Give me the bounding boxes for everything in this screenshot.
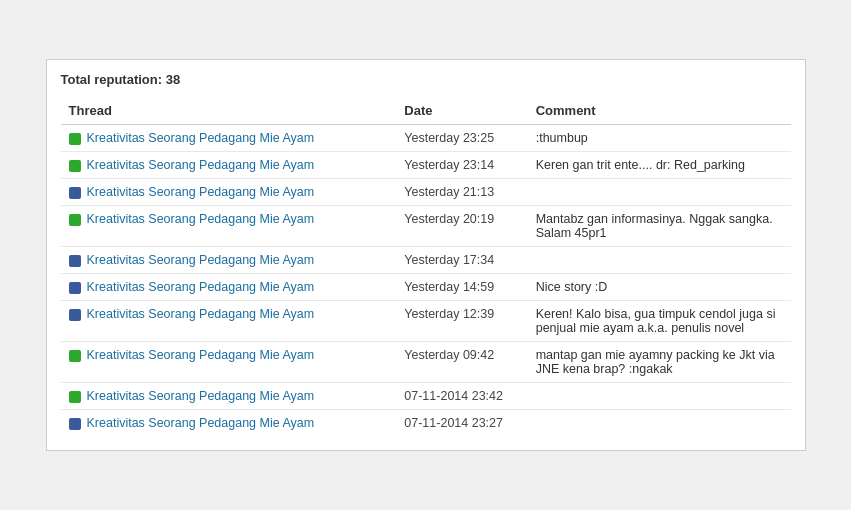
blue-icon <box>69 418 81 430</box>
date-cell: Yesterday 21:13 <box>396 179 527 206</box>
table-row: Kreativitas Seorang Pedagang Mie AyamYes… <box>61 152 791 179</box>
date-cell: 07-11-2014 23:42 <box>396 383 527 410</box>
thread-link[interactable]: Kreativitas Seorang Pedagang Mie Ayam <box>87 389 315 403</box>
date-cell: Yesterday 17:34 <box>396 247 527 274</box>
thread-link[interactable]: Kreativitas Seorang Pedagang Mie Ayam <box>87 185 315 199</box>
comment-cell: Keren! Kalo bisa, gua timpuk cendol juga… <box>528 301 791 342</box>
date-cell: Yesterday 09:42 <box>396 342 527 383</box>
comment-cell <box>528 410 791 437</box>
col-comment: Comment <box>528 97 791 125</box>
thread-cell: Kreativitas Seorang Pedagang Mie Ayam <box>61 152 397 179</box>
date-cell: 07-11-2014 23:27 <box>396 410 527 437</box>
thread-link[interactable]: Kreativitas Seorang Pedagang Mie Ayam <box>87 416 315 430</box>
thread-link[interactable]: Kreativitas Seorang Pedagang Mie Ayam <box>87 131 315 145</box>
thread-cell: Kreativitas Seorang Pedagang Mie Ayam <box>61 383 397 410</box>
table-row: Kreativitas Seorang Pedagang Mie AyamYes… <box>61 125 791 152</box>
table-row: Kreativitas Seorang Pedagang Mie AyamYes… <box>61 342 791 383</box>
date-cell: Yesterday 23:14 <box>396 152 527 179</box>
col-thread: Thread <box>61 97 397 125</box>
comment-cell <box>528 247 791 274</box>
thread-link[interactable]: Kreativitas Seorang Pedagang Mie Ayam <box>87 158 315 172</box>
blue-icon <box>69 187 81 199</box>
reputation-table: Thread Date Comment Kreativitas Seorang … <box>61 97 791 436</box>
thread-cell: Kreativitas Seorang Pedagang Mie Ayam <box>61 301 397 342</box>
comment-cell <box>528 179 791 206</box>
table-row: Kreativitas Seorang Pedagang Mie AyamYes… <box>61 301 791 342</box>
table-row: Kreativitas Seorang Pedagang Mie AyamYes… <box>61 274 791 301</box>
green-icon <box>69 350 81 362</box>
total-rep-value: 38 <box>166 72 180 87</box>
date-cell: Yesterday 20:19 <box>396 206 527 247</box>
date-cell: Yesterday 14:59 <box>396 274 527 301</box>
thread-link[interactable]: Kreativitas Seorang Pedagang Mie Ayam <box>87 280 315 294</box>
thread-cell: Kreativitas Seorang Pedagang Mie Ayam <box>61 274 397 301</box>
thread-cell: Kreativitas Seorang Pedagang Mie Ayam <box>61 247 397 274</box>
comment-cell <box>528 383 791 410</box>
table-row: Kreativitas Seorang Pedagang Mie AyamYes… <box>61 206 791 247</box>
col-date: Date <box>396 97 527 125</box>
blue-icon <box>69 255 81 267</box>
green-icon <box>69 391 81 403</box>
green-icon <box>69 133 81 145</box>
thread-cell: Kreativitas Seorang Pedagang Mie Ayam <box>61 179 397 206</box>
table-row: Kreativitas Seorang Pedagang Mie AyamYes… <box>61 179 791 206</box>
comment-cell: :thumbup <box>528 125 791 152</box>
blue-icon <box>69 282 81 294</box>
thread-cell: Kreativitas Seorang Pedagang Mie Ayam <box>61 410 397 437</box>
thread-link[interactable]: Kreativitas Seorang Pedagang Mie Ayam <box>87 307 315 321</box>
thread-cell: Kreativitas Seorang Pedagang Mie Ayam <box>61 342 397 383</box>
reputation-container: Total reputation: 38 Thread Date Comment… <box>46 59 806 451</box>
comment-cell: Keren gan trit ente.... dr: Red_parking <box>528 152 791 179</box>
table-row: Kreativitas Seorang Pedagang Mie Ayam07-… <box>61 383 791 410</box>
green-icon <box>69 214 81 226</box>
thread-link[interactable]: Kreativitas Seorang Pedagang Mie Ayam <box>87 348 315 362</box>
blue-icon <box>69 309 81 321</box>
table-row: Kreativitas Seorang Pedagang Mie AyamYes… <box>61 247 791 274</box>
comment-cell: Mantabz gan informasinya. Nggak sangka. … <box>528 206 791 247</box>
table-row: Kreativitas Seorang Pedagang Mie Ayam07-… <box>61 410 791 437</box>
date-cell: Yesterday 12:39 <box>396 301 527 342</box>
green-icon <box>69 160 81 172</box>
comment-cell: mantap gan mie ayamny packing ke Jkt via… <box>528 342 791 383</box>
date-cell: Yesterday 23:25 <box>396 125 527 152</box>
total-reputation: Total reputation: 38 <box>61 72 791 87</box>
thread-link[interactable]: Kreativitas Seorang Pedagang Mie Ayam <box>87 212 315 226</box>
thread-cell: Kreativitas Seorang Pedagang Mie Ayam <box>61 206 397 247</box>
thread-cell: Kreativitas Seorang Pedagang Mie Ayam <box>61 125 397 152</box>
thread-link[interactable]: Kreativitas Seorang Pedagang Mie Ayam <box>87 253 315 267</box>
comment-cell: Nice story :D <box>528 274 791 301</box>
total-rep-label: Total reputation: <box>61 72 163 87</box>
